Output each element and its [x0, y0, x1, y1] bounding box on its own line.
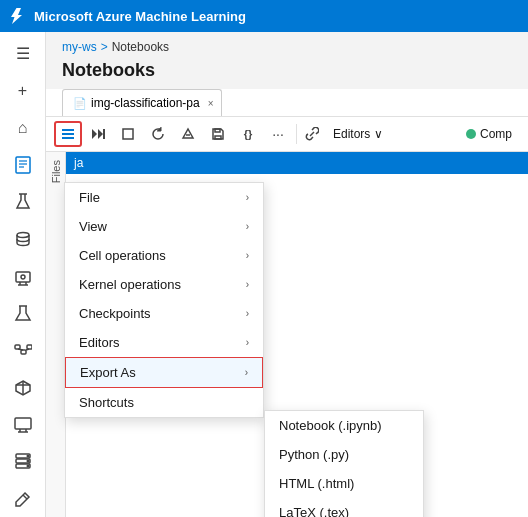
svg-rect-39 — [215, 129, 220, 132]
monitor-icon[interactable] — [5, 408, 41, 443]
menu-item-cell-operations-label: Cell operations — [79, 248, 166, 263]
svg-rect-38 — [215, 136, 221, 139]
menu-item-kernel-operations[interactable]: Kernel operations › — [65, 270, 263, 299]
files-panel[interactable]: Files — [46, 152, 66, 517]
menu-item-file-label: File — [79, 190, 100, 205]
more-button[interactable]: ··· — [264, 121, 292, 147]
svg-line-16 — [26, 349, 29, 350]
svg-rect-6 — [16, 272, 30, 282]
toolbar: {} ··· Editors ∨ Comp — [46, 117, 528, 152]
menu-item-checkpoints-label: Checkpoints — [79, 306, 151, 321]
files-label[interactable]: Files — [50, 160, 62, 183]
svg-point-26 — [27, 455, 29, 457]
add-icon[interactable]: + — [5, 73, 41, 108]
link-button[interactable] — [301, 121, 323, 147]
toolbar-separator — [296, 124, 297, 144]
chevron-right-icon: › — [246, 279, 249, 290]
svg-rect-0 — [16, 157, 30, 173]
cell-bar-text: ja — [74, 156, 83, 170]
left-sidebar: ☰ + ⌂ — [0, 32, 46, 517]
compute-icon[interactable] — [5, 259, 41, 294]
chevron-right-icon: › — [245, 367, 248, 378]
clear-button[interactable] — [174, 121, 202, 147]
svg-marker-34 — [98, 129, 103, 139]
experiment-icon[interactable] — [5, 185, 41, 220]
menu-item-kernel-operations-label: Kernel operations — [79, 277, 181, 292]
notebook-tab-0[interactable]: 📄 img-classification-pa × — [62, 89, 222, 116]
chevron-down-icon: ∨ — [374, 127, 383, 141]
svg-line-15 — [18, 349, 23, 350]
editors-label: Editors — [333, 127, 370, 141]
menu-button[interactable] — [54, 121, 82, 147]
menu-item-view[interactable]: View › — [65, 212, 263, 241]
pipeline-icon[interactable] — [5, 333, 41, 368]
menu-item-checkpoints[interactable]: Checkpoints › — [65, 299, 263, 328]
registry-icon[interactable] — [5, 370, 41, 405]
menu-item-export-as-label: Export As — [80, 365, 136, 380]
svg-rect-36 — [123, 129, 133, 139]
dropdown-menu: File › View › Cell operations › Kernel o… — [64, 182, 264, 418]
flask-icon[interactable] — [5, 296, 41, 331]
chevron-right-icon: › — [246, 308, 249, 319]
file-icon: 📄 — [73, 97, 87, 110]
svg-line-29 — [23, 495, 27, 499]
menu-item-shortcuts[interactable]: Shortcuts — [65, 388, 263, 417]
editors-dropdown-button[interactable]: Editors ∨ — [325, 124, 391, 144]
cell-bar: ja — [66, 152, 528, 174]
breadcrumb-current: Notebooks — [112, 40, 169, 54]
edit-icon[interactable] — [5, 482, 41, 517]
chevron-right-icon: › — [246, 250, 249, 261]
breadcrumb-workspace[interactable]: my-ws — [62, 40, 97, 54]
page-title: Notebooks — [46, 58, 528, 89]
notebook-area: Files ja File › View › — [46, 152, 528, 517]
tab-close-button[interactable]: × — [208, 98, 214, 109]
menu-item-view-label: View — [79, 219, 107, 234]
storage-icon[interactable] — [5, 445, 41, 480]
data-icon[interactable] — [5, 222, 41, 257]
svg-point-28 — [27, 465, 29, 467]
menu-item-shortcuts-label: Shortcuts — [79, 395, 134, 410]
top-bar: Microsoft Azure Machine Learning — [0, 0, 528, 32]
svg-rect-13 — [21, 350, 26, 354]
status-dot — [466, 129, 476, 139]
azure-logo: Microsoft Azure Machine Learning — [10, 7, 246, 25]
menu-item-cell-operations[interactable]: Cell operations › — [65, 241, 263, 270]
svg-point-5 — [17, 233, 29, 238]
comp-label: Comp — [480, 127, 512, 141]
chevron-right-icon: › — [246, 192, 249, 203]
code-button[interactable]: {} — [234, 121, 262, 147]
refresh-button[interactable] — [144, 121, 172, 147]
chevron-right-icon: › — [246, 337, 249, 348]
home-icon[interactable]: ⌂ — [5, 110, 41, 145]
submenu-item-notebook[interactable]: Notebook (.ipynb) — [265, 411, 423, 440]
export-as-submenu: Notebook (.ipynb) Python (.py) HTML (.ht… — [264, 410, 424, 517]
breadcrumb-separator: > — [101, 40, 108, 54]
submenu-item-python[interactable]: Python (.py) — [265, 440, 423, 469]
hamburger-icon[interactable]: ☰ — [5, 36, 41, 71]
tabs-bar: 📄 img-classification-pa × — [46, 89, 528, 117]
tab-label: img-classification-pa — [91, 96, 200, 110]
save-button[interactable] — [204, 121, 232, 147]
svg-marker-33 — [92, 129, 97, 139]
submenu-item-latex[interactable]: LaTeX (.tex) — [265, 498, 423, 517]
fast-forward-button[interactable] — [84, 121, 112, 147]
compute-status[interactable]: Comp — [458, 124, 520, 144]
svg-rect-35 — [103, 129, 105, 139]
chevron-right-icon: › — [246, 221, 249, 232]
svg-point-27 — [27, 460, 29, 462]
notebook-icon[interactable] — [5, 147, 41, 182]
svg-rect-19 — [15, 418, 31, 429]
svg-rect-12 — [15, 345, 20, 349]
breadcrumb: my-ws > Notebooks — [46, 32, 528, 58]
square-button[interactable] — [114, 121, 142, 147]
submenu-item-html[interactable]: HTML (.html) — [265, 469, 423, 498]
menu-item-editors-label: Editors — [79, 335, 119, 350]
app-title: Microsoft Azure Machine Learning — [34, 9, 246, 24]
svg-rect-14 — [27, 345, 32, 349]
svg-point-10 — [21, 275, 25, 279]
menu-item-editors[interactable]: Editors › — [65, 328, 263, 357]
menu-item-export-as[interactable]: Export As › — [65, 357, 263, 388]
menu-item-file[interactable]: File › — [65, 183, 263, 212]
